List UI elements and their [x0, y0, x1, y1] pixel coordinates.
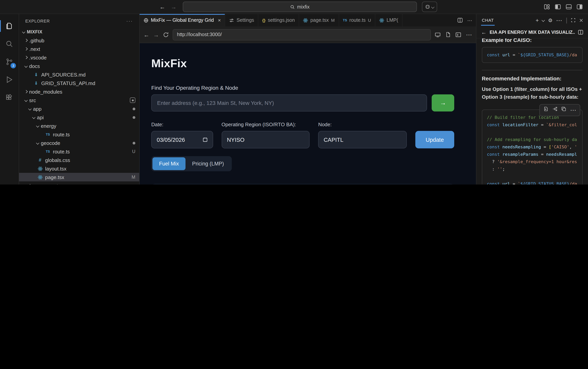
editor-tab-settings.json[interactable]: {}settings.json	[258, 14, 299, 26]
divider: |	[566, 17, 567, 24]
tree-item-api[interactable]: api	[19, 113, 139, 121]
tree-item-route.ts[interactable]: TSroute.tsU	[19, 147, 139, 156]
maximize-panel-icon[interactable]	[571, 18, 576, 22]
browser-forward-icon[interactable]: →	[153, 31, 159, 38]
more-actions-icon[interactable]: ⋯	[570, 106, 576, 114]
address-placeholder: Enter address (e.g., 123 Main St, New Yo…	[157, 100, 274, 106]
tree-item-docs[interactable]: docs	[19, 62, 139, 70]
history-forward-icon[interactable]: →	[171, 3, 177, 10]
copilot-menu-button[interactable]	[422, 1, 437, 12]
panel-bottom-icon[interactable]	[566, 4, 572, 10]
calendar-icon[interactable]	[202, 137, 208, 142]
panel-right-icon[interactable]	[577, 4, 583, 10]
device-toolbar-icon[interactable]	[435, 32, 441, 38]
activitybar-extensions[interactable]	[0, 89, 19, 106]
apply-in-editor-icon[interactable]	[552, 106, 557, 111]
vscode-window: ← → mixfix 3	[0, 0, 588, 184]
css-icon: #	[39, 157, 41, 163]
explorer-more-icon[interactable]: ···	[126, 19, 133, 23]
more-actions-icon[interactable]: ⋯	[466, 31, 472, 38]
chart-card: Hourly Generation (GW) 05101520 01234567…	[151, 184, 454, 184]
address-input[interactable]: Enter address (e.g., 123 Main St, New Yo…	[151, 94, 427, 111]
close-icon[interactable]	[579, 18, 583, 22]
folder-contains-badge	[130, 98, 135, 103]
editor-tab-MixFix — Global Energy Grid[interactable]: MixFix — Global Energy Grid✕	[140, 14, 225, 26]
view-tab-Pricing (LMP)[interactable]: Pricing (LMP)	[186, 157, 231, 170]
tree-item-.vscode[interactable]: .vscode	[19, 53, 139, 62]
tree-item-globals.css[interactable]: #globals.css	[19, 156, 139, 164]
react-icon	[379, 18, 384, 23]
md-icon: ⇓	[34, 80, 38, 86]
search-value: mixfix	[297, 4, 310, 10]
activitybar-explorer[interactable]	[0, 17, 19, 35]
view-tab-Fuel Mix[interactable]: Fuel Mix	[152, 157, 186, 170]
command-center-search[interactable]: mixfix	[183, 1, 417, 12]
address-submit-button[interactable]: →	[432, 94, 454, 111]
browser-url-input[interactable]: http://localhost:3000/	[173, 29, 431, 40]
thread-title[interactable]: EIA API ENERGY MIX DATA VISUALIZ...	[490, 30, 575, 35]
tree-item-layout.tsx[interactable]: layout.tsx	[19, 164, 139, 173]
md-icon: ⇓	[34, 72, 38, 77]
copy-icon[interactable]	[561, 106, 566, 111]
explorer-sidebar: EXPLORER ··· MIXFIX.github.next.vscodedo…	[19, 14, 140, 184]
browser-back-icon[interactable]: ←	[144, 31, 149, 38]
update-button[interactable]: Update	[415, 131, 454, 148]
split-editor-icon[interactable]	[457, 18, 462, 23]
tree-item-geocode[interactable]: geocode	[19, 139, 139, 147]
insert-at-cursor-icon[interactable]	[543, 106, 548, 111]
globe-icon	[144, 18, 148, 23]
react-icon	[38, 166, 42, 171]
editor-tab-page.tsx[interactable]: page.tsxM	[299, 14, 339, 26]
editor-tab-route.ts[interactable]: TSroute.tsU	[339, 14, 375, 26]
tree-item-.next[interactable]: .next	[19, 45, 139, 53]
date-label: Date:	[151, 121, 213, 127]
layout-customize-icon[interactable]	[544, 4, 550, 10]
modified-dot-badge	[133, 107, 135, 110]
code-block-caiso[interactable]: const url = `${GRID_STATUS_BASE}/da	[482, 47, 583, 63]
view-toggle: Fuel MixPricing (LMP)	[151, 156, 232, 171]
tree-item-app[interactable]: app	[19, 104, 139, 113]
new-chat-icon[interactable]: +	[536, 17, 539, 23]
editor-tab-LMP([interactable]: LMP(	[375, 14, 402, 26]
activitybar-source-control[interactable]: 3	[0, 53, 19, 71]
tree-item-src[interactable]: src	[19, 96, 139, 104]
example-heading: Example for CAISO:	[482, 39, 583, 43]
browser-reload-icon[interactable]	[163, 32, 169, 38]
editor-tab-Settings[interactable]: Settings	[225, 14, 258, 26]
tree-item-GRID_STATUS_API.md[interactable]: ⇓GRID_STATUS_API.md	[19, 79, 139, 87]
open-file-icon[interactable]	[445, 32, 451, 37]
chevron-down-icon[interactable]	[542, 19, 545, 22]
finder-label: Find Your Operating Region & Node	[151, 85, 454, 91]
tree-item-node_modules[interactable]: node_modules	[19, 87, 139, 96]
date-field[interactable]: 03/05/2026	[151, 131, 213, 148]
tree-root[interactable]: MIXFIX	[19, 28, 139, 36]
activitybar-search[interactable]	[0, 35, 19, 53]
tree-item-.github[interactable]: .github	[19, 36, 139, 45]
code-block-implementation[interactable]: // Build filter for locationconst locati…	[482, 110, 583, 184]
browser-viewport: MixFix Find Your Operating Region & Node…	[140, 43, 476, 184]
react-icon	[38, 175, 42, 180]
tree-item-components[interactable]: components	[19, 181, 139, 184]
region-value: NYISO	[227, 137, 244, 143]
title-bar: ← → mixfix	[0, 0, 588, 14]
devtools-console-icon[interactable]	[455, 32, 461, 38]
browser-url: http://localhost:3000/	[177, 32, 222, 37]
node-field[interactable]: CAPITL	[318, 131, 407, 148]
tree-item-energy[interactable]: energy	[19, 121, 139, 130]
close-icon[interactable]: ✕	[218, 18, 221, 22]
panel-left-icon[interactable]	[555, 4, 561, 10]
tab-bar: MixFix — Global Energy Grid✕Settings{}se…	[140, 14, 476, 26]
tree-item-API_SOURCES.md[interactable]: ⇓API_SOURCES.md	[19, 70, 139, 79]
tree-item-page.tsx[interactable]: page.tsxM	[19, 173, 139, 181]
more-actions-icon[interactable]: ⋯	[556, 17, 562, 24]
back-icon[interactable]: ←	[481, 29, 486, 35]
chat-panel: CHAT + ⚙ ⋯ | ← EIA API ENERGY MIX DATA V…	[476, 14, 588, 184]
more-actions-icon[interactable]: ⋯	[467, 17, 472, 23]
tree-item-route.ts[interactable]: TSroute.ts	[19, 130, 139, 139]
history-back-icon[interactable]: ←	[159, 3, 165, 10]
gear-icon[interactable]: ⚙	[548, 18, 552, 23]
region-field[interactable]: NYISO	[221, 131, 310, 148]
open-in-editor-icon[interactable]	[578, 30, 583, 35]
chat-tab[interactable]: CHAT	[481, 15, 494, 26]
activitybar-run-debug[interactable]	[0, 71, 19, 89]
